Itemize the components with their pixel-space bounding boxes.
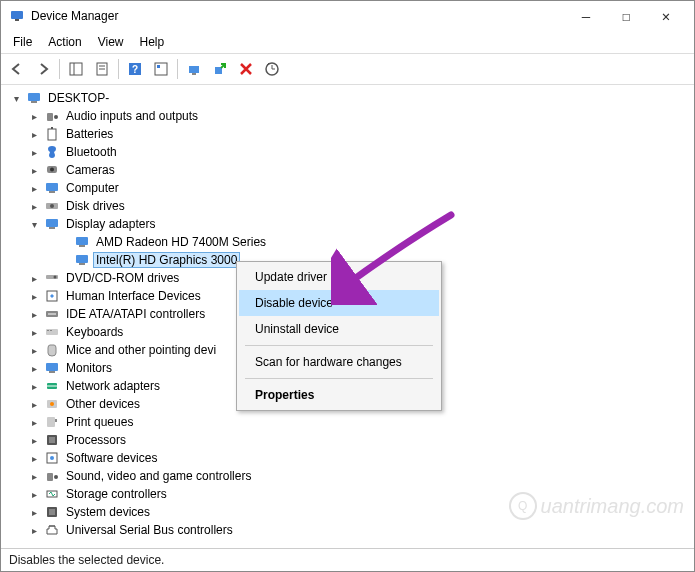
context-menu: Update driver Disable device Uninstall d… bbox=[236, 261, 442, 411]
chevron-right-icon[interactable]: ▸ bbox=[27, 307, 41, 321]
device-category-icon bbox=[44, 306, 60, 322]
tree-node-category[interactable]: ▸Bluetooth bbox=[1, 143, 694, 161]
svg-rect-57 bbox=[49, 509, 55, 515]
svg-rect-42 bbox=[49, 371, 55, 373]
tree-node-device[interactable]: AMD Radeon HD 7400M Series bbox=[1, 233, 694, 251]
help-button[interactable]: ? bbox=[123, 57, 147, 81]
tree-node-label: Monitors bbox=[63, 360, 115, 376]
device-tree: ▾ DESKTOP- ▸Audio inputs and outputs▸Bat… bbox=[1, 85, 694, 548]
context-uninstall-device[interactable]: Uninstall device bbox=[239, 316, 439, 342]
device-category-icon bbox=[44, 108, 60, 124]
chevron-placeholder bbox=[57, 253, 71, 267]
chevron-right-icon[interactable]: ▸ bbox=[27, 505, 41, 519]
computer-icon bbox=[26, 90, 42, 106]
tree-node-category[interactable]: ▸Software devices bbox=[1, 449, 694, 467]
svg-rect-28 bbox=[49, 227, 55, 229]
properties-button[interactable] bbox=[90, 57, 114, 81]
tree-node-root[interactable]: ▾ DESKTOP- bbox=[1, 89, 694, 107]
minimize-button[interactable]: — bbox=[566, 2, 606, 30]
chevron-placeholder bbox=[57, 235, 71, 249]
chevron-right-icon[interactable]: ▸ bbox=[27, 523, 41, 537]
tree-node-category[interactable]: ▸Computer bbox=[1, 179, 694, 197]
device-category-icon bbox=[44, 144, 60, 160]
svg-rect-40 bbox=[50, 330, 52, 331]
device-category-icon bbox=[44, 342, 60, 358]
chevron-right-icon[interactable]: ▸ bbox=[27, 199, 41, 213]
menu-action[interactable]: Action bbox=[40, 33, 89, 51]
svg-rect-13 bbox=[215, 67, 222, 74]
chevron-right-icon[interactable]: ▸ bbox=[27, 487, 41, 501]
tree-node-label: Processors bbox=[63, 432, 129, 448]
chevron-right-icon[interactable]: ▸ bbox=[27, 451, 41, 465]
tree-node-label: Network adapters bbox=[63, 378, 163, 394]
chevron-right-icon[interactable]: ▸ bbox=[27, 163, 41, 177]
tree-node-category[interactable]: ▸Batteries bbox=[1, 125, 694, 143]
tree-node-category[interactable]: ▸Storage controllers bbox=[1, 485, 694, 503]
tree-node-category[interactable]: ▸Processors bbox=[1, 431, 694, 449]
tree-node-category[interactable]: ▾Display adapters bbox=[1, 215, 694, 233]
chevron-right-icon[interactable]: ▸ bbox=[27, 343, 41, 357]
show-hide-console-tree-button[interactable] bbox=[64, 57, 88, 81]
tree-node-label: Disk drives bbox=[63, 198, 128, 214]
tree-node-label: Batteries bbox=[63, 126, 116, 142]
statusbar: Disables the selected device. bbox=[1, 548, 694, 571]
uninstall-device-button[interactable] bbox=[234, 57, 258, 81]
chevron-right-icon[interactable]: ▸ bbox=[27, 127, 41, 141]
context-scan-hardware[interactable]: Scan for hardware changes bbox=[239, 349, 439, 375]
svg-rect-0 bbox=[11, 11, 23, 19]
svg-rect-19 bbox=[48, 129, 56, 140]
chevron-right-icon[interactable]: ▸ bbox=[27, 361, 41, 375]
device-category-icon bbox=[44, 450, 60, 466]
svg-rect-29 bbox=[76, 237, 88, 245]
maximize-button[interactable]: ☐ bbox=[606, 2, 646, 30]
statusbar-text: Disables the selected device. bbox=[9, 553, 164, 567]
chevron-right-icon[interactable]: ▸ bbox=[27, 433, 41, 447]
forward-button[interactable] bbox=[31, 57, 55, 81]
update-driver-button[interactable] bbox=[182, 57, 206, 81]
back-button[interactable] bbox=[5, 57, 29, 81]
tree-node-category[interactable]: ▸Disk drives bbox=[1, 197, 694, 215]
scan-hardware-button[interactable] bbox=[260, 57, 284, 81]
chevron-right-icon[interactable]: ▸ bbox=[27, 181, 41, 195]
toolbar-separator bbox=[59, 59, 60, 79]
chevron-right-icon[interactable]: ▸ bbox=[27, 325, 41, 339]
menu-view[interactable]: View bbox=[90, 33, 132, 51]
context-properties[interactable]: Properties bbox=[239, 382, 439, 408]
context-disable-device[interactable]: Disable device bbox=[239, 290, 439, 316]
close-button[interactable]: ✕ bbox=[646, 2, 686, 30]
chevron-right-icon[interactable]: ▸ bbox=[27, 109, 41, 123]
device-category-icon bbox=[44, 126, 60, 142]
tree-node-category[interactable]: ▸Universal Serial Bus controllers bbox=[1, 521, 694, 539]
chevron-right-icon[interactable]: ▸ bbox=[27, 469, 41, 483]
chevron-right-icon[interactable]: ▸ bbox=[27, 379, 41, 393]
svg-rect-41 bbox=[46, 363, 58, 371]
menu-file[interactable]: File bbox=[5, 33, 40, 51]
svg-rect-38 bbox=[46, 329, 58, 335]
chevron-right-icon[interactable]: ▸ bbox=[27, 145, 41, 159]
chevron-right-icon[interactable]: ▸ bbox=[27, 289, 41, 303]
toolbar-separator bbox=[118, 59, 119, 79]
display-adapter-icon bbox=[74, 252, 90, 268]
device-category-icon bbox=[44, 162, 60, 178]
enable-device-button[interactable] bbox=[208, 57, 232, 81]
chevron-down-icon[interactable]: ▾ bbox=[9, 91, 23, 105]
svg-rect-48 bbox=[55, 419, 57, 422]
device-category-icon bbox=[44, 180, 60, 196]
context-separator bbox=[245, 345, 433, 346]
chevron-right-icon[interactable]: ▸ bbox=[27, 415, 41, 429]
tree-node-category[interactable]: ▸Sound, video and game controllers bbox=[1, 467, 694, 485]
tree-node-category[interactable]: ▸Cameras bbox=[1, 161, 694, 179]
menu-help[interactable]: Help bbox=[132, 33, 173, 51]
tree-node-category[interactable]: ▸System devices bbox=[1, 503, 694, 521]
chevron-down-icon[interactable]: ▾ bbox=[27, 217, 41, 231]
chevron-right-icon[interactable]: ▸ bbox=[27, 397, 41, 411]
tree-node-category[interactable]: ▸Audio inputs and outputs bbox=[1, 107, 694, 125]
tree-node-label: Storage controllers bbox=[63, 486, 170, 502]
context-update-driver[interactable]: Update driver bbox=[239, 264, 439, 290]
tree-node-category[interactable]: ▸Print queues bbox=[1, 413, 694, 431]
action-center-button[interactable] bbox=[149, 57, 173, 81]
app-icon bbox=[9, 8, 25, 24]
device-category-icon bbox=[44, 378, 60, 394]
chevron-right-icon[interactable]: ▸ bbox=[27, 271, 41, 285]
svg-text:?: ? bbox=[132, 64, 138, 75]
